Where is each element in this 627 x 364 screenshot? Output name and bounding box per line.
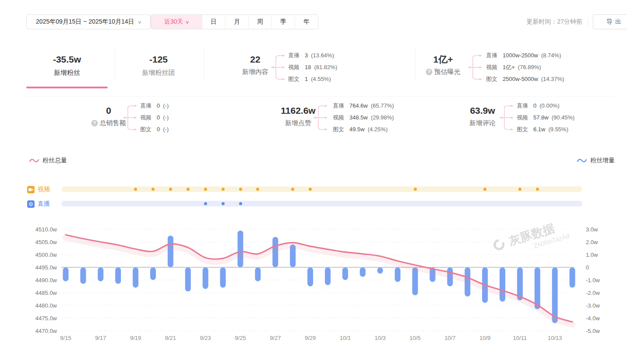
active-card-underline (26, 87, 108, 88)
breakdown-row: 视频57.8w(90.45%) (517, 112, 574, 123)
est-exposure-breakdown: 直播1000w-2500w(8.74%) 视频1亿+(76.89%) 图文250… (486, 49, 564, 85)
breakdown-row: 直播0(0.00%) (517, 100, 574, 112)
video-event-dot[interactable] (187, 188, 190, 191)
live-icon (27, 200, 35, 208)
stat-group-est-exposure: 1亿+ ?预估曝光 直播1000w-2500w(8.74%) 视频1亿+(76.… (420, 44, 626, 88)
updated-time-label: 更新时间：27分钟前 (495, 14, 582, 29)
stat-card-total-sales[interactable]: 0 ?总销售额 (92, 105, 126, 128)
legend-fan-delta[interactable]: 粉丝增量 (577, 157, 615, 164)
svg-text:4475.0w: 4475.0w (35, 315, 57, 322)
stat-card-est-exposure[interactable]: 1亿+ ?预估曝光 (426, 54, 461, 77)
stat-card-new-content[interactable]: 22 新增内容 (242, 54, 268, 77)
new-fans-value: -35.5w (26, 54, 108, 65)
stat-card-new-comments[interactable]: 63.9w 新增评论 (469, 105, 496, 128)
tab-month[interactable]: 月 (225, 15, 248, 29)
tab-day[interactable]: 日 (202, 15, 225, 29)
svg-text:9/23: 9/23 (200, 335, 211, 341)
total-sales-label: 总销售额 (100, 118, 126, 128)
video-event-dot[interactable] (169, 188, 172, 191)
svg-text:3.0w: 3.0w (586, 226, 598, 233)
svg-text:4485.0w: 4485.0w (35, 290, 57, 296)
live-event-dot[interactable] (204, 202, 207, 205)
svg-text:4480.0w: 4480.0w (35, 302, 57, 309)
svg-text:10/11: 10/11 (513, 335, 527, 341)
fans-trend-chart-canvas[interactable]: 4510.0w3.0w4505.0w2.0w4500.0w1.0w4495.0w… (0, 221, 627, 352)
legend-total-fans[interactable]: 粉丝总量 (29, 157, 67, 164)
video-event-dot[interactable] (222, 188, 225, 191)
fan-delta-bar (63, 267, 69, 281)
svg-text:1.0w: 1.0w (586, 252, 598, 258)
fan-delta-bar (342, 267, 348, 280)
breakdown-row: 图文1(4.55%) (288, 73, 337, 85)
video-event-dot[interactable] (291, 188, 294, 191)
tab-week[interactable]: 周 (248, 15, 271, 29)
video-event-dot[interactable] (134, 188, 137, 191)
fan-delta-bar (133, 267, 138, 287)
live-events-track[interactable] (61, 201, 582, 206)
svg-text:4510.0w: 4510.0w (35, 226, 57, 233)
stat-separator (115, 49, 115, 80)
tab-year[interactable]: 年 (295, 15, 318, 29)
chevron-down-icon: ∨ (185, 20, 190, 24)
video-event-dot[interactable] (239, 188, 242, 191)
video-event-dot[interactable] (204, 188, 207, 191)
date-range-value: 2025年09月15日 ~ 2025年10月14日 (36, 18, 134, 26)
total-sales-value: 0 (92, 105, 126, 116)
live-event-dot[interactable] (222, 202, 225, 205)
stat-group-total-sales: 0 ?总销售额 直播0(-) 视频0(-) 图文0(-) (44, 100, 210, 144)
video-event-dot[interactable] (256, 188, 259, 191)
fans-trend-chart[interactable]: 4510.0w3.0w4505.0w2.0w4500.0w1.0w4495.0w… (0, 221, 627, 352)
new-likes-breakdown: 直播764.6w(65.77%) 视频348.5w(29.98%) 图文49.5… (333, 100, 394, 135)
breakdown-row: 图文0(-) (140, 123, 169, 135)
new-fans-label: 新增粉丝 (26, 68, 108, 77)
fan-delta-bar (115, 267, 121, 284)
help-icon[interactable]: ? (426, 69, 433, 75)
help-icon[interactable]: ? (92, 120, 98, 126)
video-event-dot[interactable] (518, 188, 521, 191)
stat-card-new-fans[interactable]: -35.5w 新增粉丝 (26, 44, 108, 89)
new-content-value: 22 (242, 54, 268, 65)
video-event-dot[interactable] (309, 188, 312, 191)
svg-text:-4.0w: -4.0w (586, 315, 600, 322)
date-range-picker[interactable]: 2025年09月15日 ~ 2025年10月14日 ∨ (26, 14, 151, 29)
video-event-dot[interactable] (414, 188, 417, 191)
tab-quarter[interactable]: 季 (271, 15, 295, 29)
export-button[interactable]: 导出 (593, 14, 627, 29)
svg-text:10/1: 10/1 (340, 335, 351, 341)
stat-group-new-likes: 1162.6w 新增点赞 直播764.6w(65.77%) 视频348.5w(2… (263, 100, 438, 144)
video-event-dot[interactable] (483, 188, 486, 191)
video-events-track[interactable] (61, 186, 582, 192)
stat-card-new-fan-club[interactable]: -125 新增粉丝团 (121, 44, 196, 89)
video-icon (27, 186, 35, 193)
new-comments-label: 新增评论 (469, 118, 496, 128)
svg-text:10/7: 10/7 (444, 335, 455, 341)
stat-card-new-likes[interactable]: 1162.6w 新增点赞 (281, 105, 315, 128)
stat-group-new-comments: 63.9w 新增评论 直播0(0.00%) 视频57.8w(90.45%) 图文… (442, 100, 626, 144)
breakdown-row: 直播0(-) (140, 100, 169, 112)
fan-delta-bars[interactable] (63, 231, 575, 323)
new-comments-value: 63.9w (469, 105, 496, 116)
breakdown-row: 视频348.5w(29.98%) (333, 112, 394, 123)
svg-text:-1.0w: -1.0w (586, 277, 600, 284)
total-sales-breakdown: 直播0(-) 视频0(-) 图文0(-) (140, 100, 169, 135)
breakdown-row: 视频0(-) (140, 112, 169, 123)
fan-delta-bar (377, 267, 383, 274)
svg-text:4495.0w: 4495.0w (35, 264, 57, 271)
fan-delta-bar (80, 267, 86, 284)
stat-separator (204, 49, 204, 80)
svg-text:4490.0w: 4490.0w (35, 277, 57, 284)
breakdown-row: 直播1000w-2500w(8.74%) (486, 49, 564, 61)
fan-delta-bar (255, 267, 261, 281)
new-content-label: 新增内容 (242, 67, 268, 77)
fans-analytics-dashboard: 2025年09月15日 ~ 2025年10月14日 ∨ 近30天 ∨ 日 月 周… (0, 0, 627, 364)
breakdown-connector (468, 53, 483, 81)
fan-delta-bar (185, 267, 191, 291)
quick-range-last30days[interactable]: 近30天 ∨ (151, 15, 202, 29)
video-event-dot[interactable] (151, 188, 155, 191)
live-event-dot[interactable] (239, 202, 242, 205)
breakdown-row: 图文49.5w(4.25%) (333, 123, 394, 135)
video-event-dot[interactable] (536, 188, 539, 191)
breakdown-connector (271, 53, 286, 81)
breakdown-row: 直播3(13.64%) (288, 49, 337, 61)
svg-text:10/3: 10/3 (375, 335, 386, 341)
